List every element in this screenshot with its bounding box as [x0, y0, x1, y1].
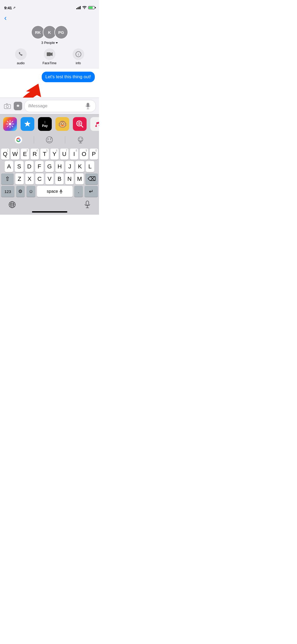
location-icon: ⇗: [13, 6, 16, 10]
mic-bottom-button[interactable]: [84, 201, 91, 210]
key-w[interactable]: 2W: [11, 149, 19, 160]
globalsearch-app-icon[interactable]: [73, 117, 87, 131]
key-q[interactable]: 1Q: [1, 149, 9, 160]
info-icon: i: [76, 51, 81, 57]
key-n[interactable]: N: [65, 173, 74, 185]
monkey-app-icon[interactable]: 🐵: [55, 117, 69, 131]
key-row-2: A S D F G H J K L: [0, 160, 99, 172]
key-a[interactable]: A: [5, 161, 13, 172]
space-key[interactable]: space: [37, 186, 73, 197]
key-h[interactable]: H: [55, 161, 64, 172]
appstore-small-icon: [15, 103, 21, 109]
messages-area: Let's test this thing out!: [0, 68, 99, 98]
svg-rect-5: [47, 52, 51, 56]
svg-rect-9: [4, 104, 11, 109]
svg-point-29: [95, 125, 97, 127]
camera-button[interactable]: [3, 102, 12, 110]
svg-text:i: i: [78, 52, 79, 56]
google-icon-button[interactable]: [3, 135, 34, 145]
svg-rect-47: [86, 201, 89, 205]
appstore-button[interactable]: [14, 102, 22, 110]
numbers-key[interactable]: 123: [1, 186, 15, 197]
key-o[interactable]: 9O: [80, 149, 88, 160]
key-s[interactable]: S: [15, 161, 23, 172]
gear-key[interactable]: ⚙: [16, 186, 25, 197]
key-m[interactable]: M: [75, 173, 84, 185]
key-g[interactable]: G: [45, 161, 54, 172]
svg-line-19: [7, 121, 8, 122]
keyboard: 1Q 2W 3E 4R 5T 6Y 7U 8I 9O 0P A S D F G …: [0, 147, 99, 199]
period-key[interactable]: .: [74, 186, 83, 197]
action-buttons: audio FaceTime i info: [0, 47, 99, 68]
mic-icon: [85, 103, 91, 109]
shift-key[interactable]: ⇧: [1, 173, 14, 185]
globe-search-icon: [76, 120, 84, 128]
back-button[interactable]: ‹: [4, 14, 7, 22]
appstore-app-icon[interactable]: [21, 117, 34, 131]
music-app-icon[interactable]: [90, 117, 99, 131]
key-v[interactable]: V: [45, 173, 54, 185]
key-d[interactable]: D: [25, 161, 34, 172]
photos-app-icon[interactable]: [3, 117, 17, 131]
nav-bar: ‹: [0, 12, 99, 23]
people-label[interactable]: 3 People: [0, 40, 99, 47]
key-p[interactable]: 0P: [90, 149, 98, 160]
audio-button[interactable]: audio: [10, 48, 31, 65]
key-k[interactable]: K: [76, 161, 84, 172]
phone-icon: [18, 51, 24, 57]
svg-point-38: [81, 139, 82, 139]
key-j[interactable]: J: [65, 161, 74, 172]
svg-rect-3: [80, 6, 81, 9]
svg-point-34: [48, 139, 49, 140]
svg-point-10: [6, 105, 9, 108]
signal-icon: [76, 6, 81, 9]
appstore-icon: [23, 120, 31, 128]
key-c[interactable]: C: [35, 173, 44, 185]
facetime-button[interactable]: FaceTime: [39, 48, 60, 65]
applepay-app-icon[interactable]: Pay: [38, 117, 52, 131]
svg-rect-41: [60, 190, 62, 192]
emoji-key[interactable]: ☺: [26, 186, 35, 197]
sticker-icon-button[interactable]: [34, 135, 65, 145]
memoji-icon-button[interactable]: [65, 135, 96, 145]
key-f[interactable]: F: [35, 161, 44, 172]
info-label: info: [76, 61, 81, 65]
avatars-row: RK K PG: [0, 23, 99, 40]
audio-label: audio: [17, 61, 25, 65]
info-button[interactable]: i info: [68, 48, 89, 65]
key-z[interactable]: Z: [15, 173, 24, 185]
key-row-4: 123 ⚙ ☺ space . ↵: [0, 185, 99, 199]
message-input[interactable]: iMessage: [24, 100, 96, 112]
chevron-down-icon: [56, 42, 58, 44]
battery-icon: [88, 6, 95, 9]
video-icon: [46, 52, 53, 57]
svg-point-35: [50, 139, 51, 140]
key-x[interactable]: X: [25, 173, 34, 185]
svg-marker-6: [51, 52, 53, 56]
app-icons-row: Pay 🐵: [0, 114, 99, 134]
svg-point-4: [84, 8, 85, 9]
svg-line-22: [7, 126, 8, 127]
globe-icon: [8, 201, 16, 208]
key-i[interactable]: 8I: [70, 149, 78, 160]
key-r[interactable]: 4R: [31, 149, 39, 160]
globe-button[interactable]: [8, 201, 16, 209]
key-y[interactable]: 6Y: [50, 149, 59, 160]
status-icons: [76, 6, 95, 9]
svg-rect-11: [87, 103, 89, 107]
svg-point-14: [9, 123, 11, 125]
key-u[interactable]: 7U: [60, 149, 68, 160]
mic-input-button[interactable]: [84, 102, 92, 110]
svg-rect-0: [76, 8, 77, 9]
input-toolbar: iMessage: [0, 98, 99, 114]
camera-icon: [4, 103, 11, 109]
status-time: 9:41: [4, 6, 12, 10]
key-l[interactable]: L: [86, 161, 94, 172]
key-b[interactable]: B: [55, 173, 64, 185]
key-t[interactable]: 5T: [40, 149, 49, 160]
svg-rect-1: [78, 7, 78, 9]
key-row-3: ⇧ Z X C V B N M ⌫: [0, 172, 99, 185]
key-e[interactable]: 3E: [21, 149, 29, 160]
return-key[interactable]: ↵: [84, 186, 98, 197]
delete-key[interactable]: ⌫: [85, 173, 98, 185]
